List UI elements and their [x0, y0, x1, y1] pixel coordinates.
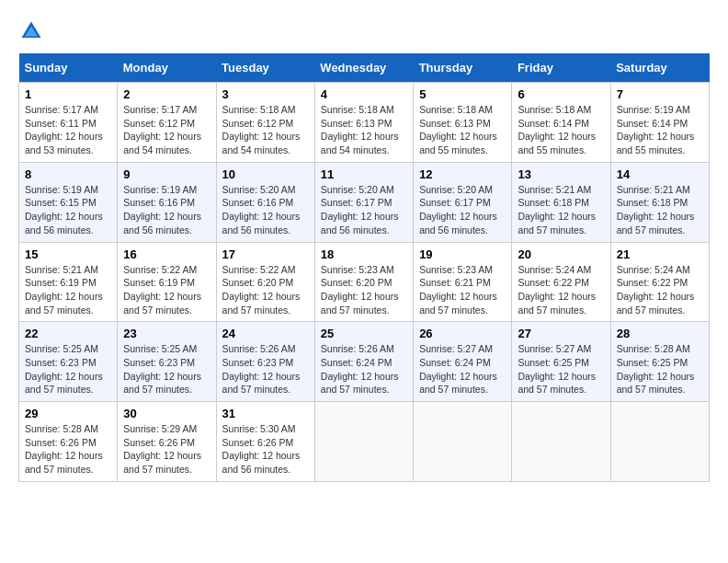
weekday-header-row: SundayMondayTuesdayWednesdayThursdayFrid…	[19, 53, 710, 83]
day-number: 23	[123, 327, 210, 340]
day-number: 13	[518, 167, 604, 181]
day-info: Sunrise: 5:28 AMSunset: 6:25 PMDaylight:…	[617, 343, 695, 395]
calendar-cell: 17 Sunrise: 5:22 AMSunset: 6:20 PMDaylig…	[216, 242, 314, 322]
day-number: 4	[321, 87, 407, 101]
day-number: 1	[25, 87, 111, 101]
day-info: Sunrise: 5:19 AMSunset: 6:16 PMDaylight:…	[123, 184, 201, 236]
day-number: 3	[222, 87, 309, 101]
day-info: Sunrise: 5:18 AMSunset: 6:12 PMDaylight:…	[222, 104, 301, 155]
day-number: 27	[518, 327, 604, 340]
calendar-cell: 22 Sunrise: 5:25 AMSunset: 6:23 PMDaylig…	[19, 322, 118, 402]
calendar-cell: 14 Sunrise: 5:21 AMSunset: 6:18 PMDaylig…	[610, 162, 709, 242]
calendar-cell: 19 Sunrise: 5:23 AMSunset: 6:21 PMDaylig…	[414, 242, 512, 322]
day-info: Sunrise: 5:17 AMSunset: 6:12 PMDaylight:…	[123, 104, 201, 155]
day-number: 24	[222, 327, 309, 340]
calendar-cell: 16 Sunrise: 5:22 AMSunset: 6:19 PMDaylig…	[118, 242, 216, 322]
weekday-header-tuesday: Tuesday	[216, 53, 314, 83]
day-info: Sunrise: 5:20 AMSunset: 6:17 PMDaylight:…	[419, 184, 497, 236]
calendar-cell: 11 Sunrise: 5:20 AMSunset: 6:17 PMDaylig…	[314, 162, 413, 242]
calendar-cell: 13 Sunrise: 5:21 AMSunset: 6:18 PMDaylig…	[512, 162, 610, 242]
calendar-week-row: 1 Sunrise: 5:17 AMSunset: 6:11 PMDayligh…	[19, 83, 710, 163]
calendar-week-row: 22 Sunrise: 5:25 AMSunset: 6:23 PMDaylig…	[19, 322, 710, 402]
day-info: Sunrise: 5:18 AMSunset: 6:13 PMDaylight:…	[419, 104, 497, 155]
day-number: 28	[617, 327, 703, 340]
calendar-cell: 4 Sunrise: 5:18 AMSunset: 6:13 PMDayligh…	[314, 83, 413, 163]
calendar-cell: 31 Sunrise: 5:30 AMSunset: 6:26 PMDaylig…	[216, 402, 314, 482]
day-number: 21	[617, 247, 703, 261]
day-number: 17	[222, 247, 309, 261]
day-number: 26	[419, 327, 506, 340]
day-number: 25	[321, 327, 407, 340]
calendar-cell: 6 Sunrise: 5:18 AMSunset: 6:14 PMDayligh…	[512, 83, 610, 163]
day-info: Sunrise: 5:21 AMSunset: 6:18 PMDaylight:…	[617, 184, 695, 236]
day-info: Sunrise: 5:22 AMSunset: 6:19 PMDaylight:…	[123, 264, 201, 316]
day-number: 12	[419, 167, 506, 181]
day-info: Sunrise: 5:17 AMSunset: 6:11 PMDaylight:…	[25, 104, 103, 155]
calendar-cell: 7 Sunrise: 5:19 AMSunset: 6:14 PMDayligh…	[610, 83, 709, 163]
day-info: Sunrise: 5:22 AMSunset: 6:20 PMDaylight:…	[222, 264, 301, 316]
day-info: Sunrise: 5:29 AMSunset: 6:26 PMDaylight:…	[123, 423, 201, 475]
calendar-cell: 12 Sunrise: 5:20 AMSunset: 6:17 PMDaylig…	[414, 162, 512, 242]
logo	[18, 18, 48, 44]
day-number: 16	[123, 247, 210, 261]
day-info: Sunrise: 5:27 AMSunset: 6:24 PMDaylight:…	[419, 343, 497, 395]
day-number: 20	[518, 247, 604, 261]
day-info: Sunrise: 5:24 AMSunset: 6:22 PMDaylight:…	[518, 264, 596, 316]
calendar-cell: 20 Sunrise: 5:24 AMSunset: 6:22 PMDaylig…	[512, 242, 610, 322]
day-info: Sunrise: 5:18 AMSunset: 6:13 PMDaylight:…	[321, 104, 399, 155]
calendar-week-row: 29 Sunrise: 5:28 AMSunset: 6:26 PMDaylig…	[19, 402, 710, 482]
calendar-cell: 27 Sunrise: 5:27 AMSunset: 6:25 PMDaylig…	[512, 322, 610, 402]
day-number: 10	[222, 167, 309, 181]
day-number: 7	[617, 87, 703, 101]
day-number: 2	[123, 87, 210, 101]
calendar-cell: 1 Sunrise: 5:17 AMSunset: 6:11 PMDayligh…	[19, 83, 118, 163]
weekday-header-monday: Monday	[118, 53, 216, 83]
calendar-cell: 2 Sunrise: 5:17 AMSunset: 6:12 PMDayligh…	[118, 83, 216, 163]
day-info: Sunrise: 5:25 AMSunset: 6:23 PMDaylight:…	[123, 343, 201, 395]
day-info: Sunrise: 5:21 AMSunset: 6:19 PMDaylight:…	[25, 264, 103, 316]
day-info: Sunrise: 5:28 AMSunset: 6:26 PMDaylight:…	[25, 423, 103, 475]
day-info: Sunrise: 5:23 AMSunset: 6:21 PMDaylight:…	[419, 264, 497, 316]
day-number: 18	[321, 247, 407, 261]
day-number: 11	[321, 167, 407, 181]
day-info: Sunrise: 5:21 AMSunset: 6:18 PMDaylight:…	[518, 184, 596, 236]
calendar-table: SundayMondayTuesdayWednesdayThursdayFrid…	[18, 53, 710, 482]
calendar-cell: 28 Sunrise: 5:28 AMSunset: 6:25 PMDaylig…	[610, 322, 709, 402]
day-info: Sunrise: 5:19 AMSunset: 6:15 PMDaylight:…	[25, 184, 103, 236]
calendar-cell: 10 Sunrise: 5:20 AMSunset: 6:16 PMDaylig…	[216, 162, 314, 242]
calendar-cell	[414, 402, 512, 482]
day-number: 30	[123, 407, 210, 420]
day-number: 6	[518, 87, 604, 101]
day-number: 19	[419, 247, 506, 261]
weekday-header-friday: Friday	[512, 53, 610, 83]
weekday-header-saturday: Saturday	[610, 53, 709, 83]
weekday-header-wednesday: Wednesday	[314, 53, 413, 83]
day-info: Sunrise: 5:25 AMSunset: 6:23 PMDaylight:…	[25, 343, 103, 395]
calendar-week-row: 15 Sunrise: 5:21 AMSunset: 6:19 PMDaylig…	[19, 242, 710, 322]
day-number: 22	[25, 327, 111, 340]
calendar-cell	[610, 402, 709, 482]
calendar-cell: 30 Sunrise: 5:29 AMSunset: 6:26 PMDaylig…	[118, 402, 216, 482]
day-info: Sunrise: 5:24 AMSunset: 6:22 PMDaylight:…	[617, 264, 695, 316]
day-number: 5	[419, 87, 506, 101]
calendar-cell: 24 Sunrise: 5:26 AMSunset: 6:23 PMDaylig…	[216, 322, 314, 402]
day-number: 9	[123, 167, 210, 181]
calendar-cell: 8 Sunrise: 5:19 AMSunset: 6:15 PMDayligh…	[19, 162, 118, 242]
logo-icon	[18, 18, 44, 44]
calendar-cell: 9 Sunrise: 5:19 AMSunset: 6:16 PMDayligh…	[118, 162, 216, 242]
calendar-cell: 5 Sunrise: 5:18 AMSunset: 6:13 PMDayligh…	[414, 83, 512, 163]
calendar-week-row: 8 Sunrise: 5:19 AMSunset: 6:15 PMDayligh…	[19, 162, 710, 242]
day-number: 14	[617, 167, 703, 181]
weekday-header-sunday: Sunday	[19, 53, 118, 83]
calendar-cell: 3 Sunrise: 5:18 AMSunset: 6:12 PMDayligh…	[216, 83, 314, 163]
day-info: Sunrise: 5:19 AMSunset: 6:14 PMDaylight:…	[617, 104, 695, 155]
day-info: Sunrise: 5:23 AMSunset: 6:20 PMDaylight:…	[321, 264, 399, 316]
calendar-cell: 26 Sunrise: 5:27 AMSunset: 6:24 PMDaylig…	[414, 322, 512, 402]
day-number: 8	[25, 167, 111, 181]
day-info: Sunrise: 5:20 AMSunset: 6:17 PMDaylight:…	[321, 184, 399, 236]
day-number: 31	[222, 407, 309, 420]
day-info: Sunrise: 5:18 AMSunset: 6:14 PMDaylight:…	[518, 104, 596, 155]
calendar-cell	[314, 402, 413, 482]
header	[18, 18, 710, 44]
calendar-cell	[512, 402, 610, 482]
